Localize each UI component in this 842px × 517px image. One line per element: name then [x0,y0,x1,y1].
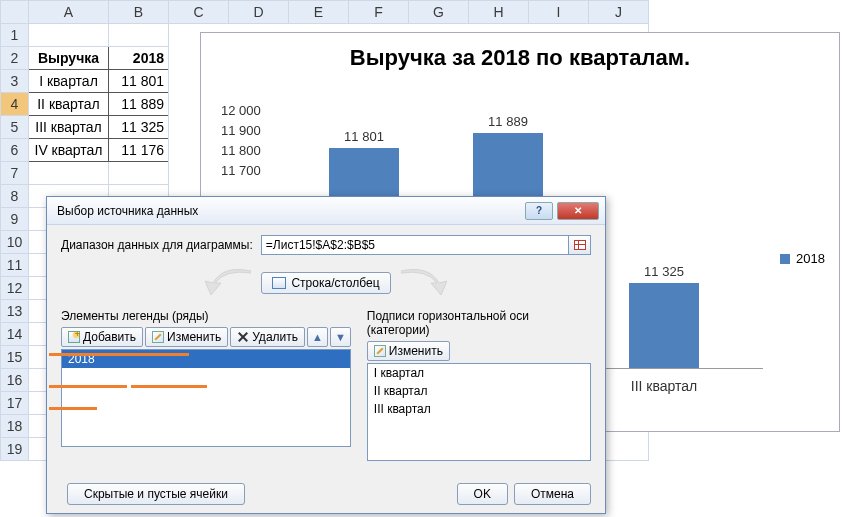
col-header[interactable]: J [589,1,649,24]
dialog-titlebar[interactable]: Выбор источника данных ? ✕ [47,197,605,225]
move-up-button[interactable]: ▲ [307,327,328,347]
row-header[interactable]: 11 [1,254,29,277]
x-category-label: III квартал [619,378,709,394]
cell[interactable]: Выручка [29,47,109,70]
highlight-icon [131,385,207,388]
y-tick: 11 800 [221,143,261,158]
chart-bar-label: 11 325 [629,264,699,279]
row-header[interactable]: 3 [1,70,29,93]
cell[interactable]: 11 889 [109,93,169,116]
arrow-left-icon [205,269,251,297]
category-item[interactable]: II квартал [368,382,590,400]
edit-icon [152,331,164,343]
btn-label: Добавить [83,330,136,344]
chart-bar-label: 11 889 [473,114,543,129]
highlight-icon [49,407,97,410]
col-header[interactable]: E [289,1,349,24]
category-item[interactable]: I квартал [368,364,590,382]
series-listbox[interactable]: 2018 [61,349,351,447]
highlight-icon [49,385,127,388]
switch-icon [272,277,286,289]
range-label: Диапазон данных для диаграммы: [61,238,253,252]
y-tick: 12 000 [221,103,261,118]
ok-button[interactable]: OK [457,483,508,505]
cell[interactable]: IV квартал [29,139,109,162]
cell[interactable]: 2018 [109,47,169,70]
edit-categories-button[interactable]: Изменить [367,341,450,361]
legend-swatch-icon [780,254,790,264]
close-button[interactable]: ✕ [557,202,599,220]
col-header[interactable]: I [529,1,589,24]
add-icon [68,331,80,343]
cell[interactable]: I квартал [29,70,109,93]
col-header[interactable]: B [109,1,169,24]
arrow-down-icon: ▼ [335,332,346,342]
cell[interactable]: II квартал [29,93,109,116]
edit-icon [374,345,386,357]
row-header[interactable]: 14 [1,323,29,346]
series-group-label: Элементы легенды (ряды) [61,309,351,323]
categories-group-label: Подписи горизонтальной оси (категории) [367,309,591,337]
btn-label: Удалить [252,330,298,344]
row-header[interactable]: 5 [1,116,29,139]
range-picker-icon [574,240,586,250]
col-header[interactable]: G [409,1,469,24]
row-header[interactable]: 7 [1,162,29,185]
add-series-button[interactable]: Добавить [61,327,143,347]
cell[interactable]: 11 325 [109,116,169,139]
chart-title: Выручка за 2018 по кварталам. [201,45,839,71]
arrow-right-icon [401,269,447,297]
chart-bar[interactable] [629,283,699,368]
row-header[interactable]: 19 [1,438,29,461]
row-header[interactable]: 12 [1,277,29,300]
row-header[interactable]: 17 [1,392,29,415]
row-header[interactable]: 10 [1,231,29,254]
highlight-icon [49,353,189,356]
cell[interactable]: III квартал [29,116,109,139]
select-all-cell[interactable] [1,1,29,24]
row-header[interactable]: 6 [1,139,29,162]
btn-label: Изменить [167,330,221,344]
category-item[interactable]: III квартал [368,400,590,418]
row-header[interactable]: 16 [1,369,29,392]
y-tick: 11 700 [221,163,261,178]
switch-label: Строка/столбец [291,276,379,290]
help-button[interactable]: ? [525,202,553,220]
row-header[interactable]: 13 [1,300,29,323]
row-header[interactable]: 1 [1,24,29,47]
row-header[interactable]: 18 [1,415,29,438]
remove-series-button[interactable]: Удалить [230,327,305,347]
row-header[interactable]: 2 [1,47,29,70]
cell[interactable]: 11 801 [109,70,169,93]
cancel-button[interactable]: Отмена [514,483,591,505]
row-header[interactable]: 4 [1,93,29,116]
switch-row-column-button[interactable]: Строка/столбец [261,272,390,294]
hidden-cells-button[interactable]: Скрытые и пустые ячейки [67,483,245,505]
row-header[interactable]: 8 [1,185,29,208]
arrow-up-icon: ▲ [312,332,323,342]
col-header[interactable]: C [169,1,229,24]
btn-label: Изменить [389,344,443,358]
cell[interactable]: 11 176 [109,139,169,162]
move-down-button[interactable]: ▼ [330,327,351,347]
axis-categories-group: Подписи горизонтальной оси (категории) И… [367,309,591,461]
col-header[interactable]: F [349,1,409,24]
dialog-title: Выбор источника данных [57,204,521,218]
col-header[interactable]: H [469,1,529,24]
chart-legend[interactable]: 2018 [780,251,825,266]
chart-range-input[interactable] [261,235,569,255]
delete-icon [237,331,249,343]
select-data-source-dialog: Выбор источника данных ? ✕ Диапазон данн… [46,196,606,514]
collapse-dialog-button[interactable] [569,235,591,255]
y-tick: 11 900 [221,123,261,138]
col-header[interactable]: A [29,1,109,24]
categories-listbox[interactable]: I квартал II квартал III квартал [367,363,591,461]
row-header[interactable]: 9 [1,208,29,231]
row-header[interactable]: 15 [1,346,29,369]
edit-series-button[interactable]: Изменить [145,327,228,347]
chart-bar-label: 11 801 [329,129,399,144]
col-header[interactable]: D [229,1,289,24]
legend-label: 2018 [796,251,825,266]
